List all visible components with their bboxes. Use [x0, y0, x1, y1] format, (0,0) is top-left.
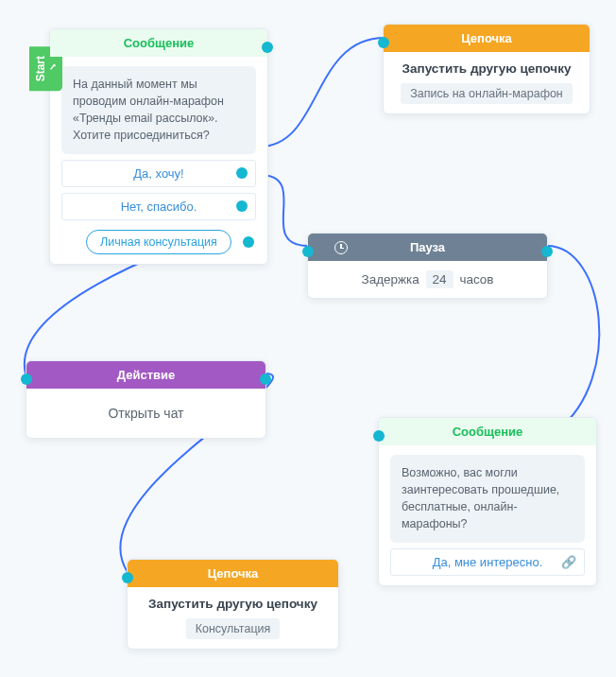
message-bubble: На данный момент мы проводим онлайн-мара… [61, 66, 256, 154]
header-title: Действие [117, 368, 175, 382]
node-header: Пауза [308, 234, 547, 261]
output-port[interactable] [541, 246, 553, 257]
chain-badge: Консультация [186, 618, 281, 639]
chain-badge: Запись на онлайн-марафон [401, 83, 573, 104]
output-port[interactable] [236, 167, 248, 179]
output-port[interactable] [262, 42, 273, 53]
option-interested[interactable]: Да, мне интересно. 🔗 [390, 548, 585, 576]
header-title: Сообщение [453, 425, 523, 439]
chain-title: Запустить другую цепочку [139, 597, 327, 611]
header-title: Сообщение [124, 36, 195, 50]
node-header: Действие [26, 361, 265, 389]
node-header: Цепочка [384, 25, 590, 52]
input-port[interactable] [373, 430, 385, 442]
input-port[interactable] [378, 37, 389, 48]
message-node-start[interactable]: Start ✓ Сообщение На данный момент мы пр… [49, 28, 268, 265]
input-port[interactable] [122, 572, 133, 583]
delay-suffix: часов [459, 272, 493, 286]
node-header: Сообщение [50, 29, 267, 57]
action-body: Открыть чат [26, 389, 265, 438]
consultation-pill[interactable]: Личная консультация [86, 230, 231, 254]
delay-prefix: Задержка [362, 272, 419, 286]
action-node[interactable]: Действие Открыть чат [26, 360, 266, 439]
node-header: Цепочка [128, 560, 338, 587]
option-no[interactable]: Нет, спасибо. [61, 193, 256, 220]
input-port[interactable] [302, 246, 314, 257]
chain-node-consult[interactable]: Цепочка Запустить другую цепочку Консуль… [127, 559, 339, 650]
delay-value: 24 [426, 270, 453, 288]
check-icon: ✓ [47, 56, 58, 78]
header-title: Пауза [410, 240, 445, 254]
output-port[interactable] [243, 236, 254, 248]
clock-icon [334, 241, 348, 254]
start-label: Start [34, 56, 47, 81]
node-header: Сообщение [379, 418, 596, 445]
message-node-followup[interactable]: Сообщение Возможно, вас могли заинтересо… [378, 417, 597, 586]
output-port[interactable] [236, 200, 248, 212]
header-title: Цепочка [208, 566, 259, 581]
pause-node[interactable]: Пауза Задержка 24 часов [307, 233, 548, 299]
header-title: Цепочка [461, 31, 512, 45]
output-port[interactable] [260, 373, 271, 385]
chain-node-signup[interactable]: Цепочка Запустить другую цепочку Запись … [383, 24, 590, 114]
option-yes[interactable]: Да, хочу! [61, 160, 256, 187]
message-bubble: Возможно, вас могли заинтересовать проше… [390, 455, 585, 543]
link-icon: 🔗 [561, 555, 576, 569]
option-label: Нет, спасибо. [121, 200, 197, 214]
input-port[interactable] [21, 373, 32, 385]
option-label: Да, мне интересно. [433, 555, 543, 569]
chain-title: Запустить другую цепочку [395, 61, 578, 76]
option-label: Да, хочу! [133, 166, 183, 181]
